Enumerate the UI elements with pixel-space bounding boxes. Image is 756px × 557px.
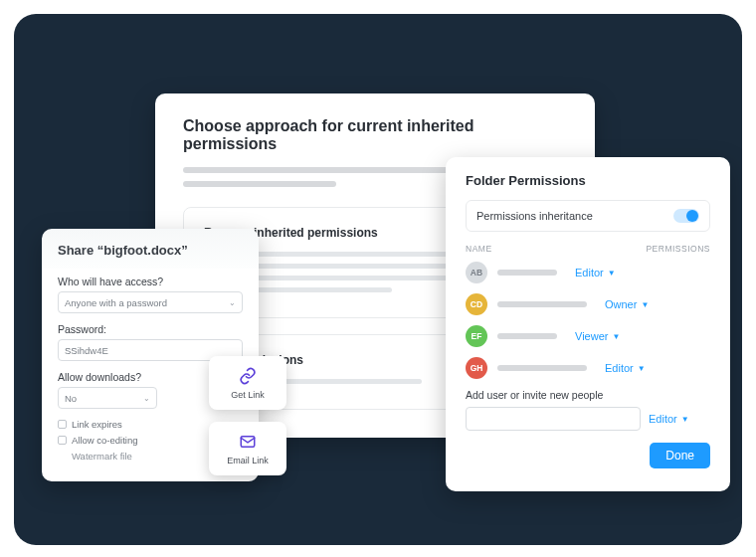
role-value: Viewer bbox=[575, 330, 608, 342]
folder-permissions-panel: Folder Permissions Permissions inheritan… bbox=[446, 157, 730, 491]
skeleton-line bbox=[183, 181, 336, 187]
panel-title: Choose approach for current inherited pe… bbox=[183, 117, 567, 153]
checkbox-label: Allow co-editing bbox=[72, 435, 138, 446]
permission-role-select[interactable]: Editor ▼ bbox=[605, 362, 666, 374]
access-select[interactable]: Anyone with a password ⌄ bbox=[58, 291, 243, 313]
permission-row: GH Editor ▼ bbox=[466, 357, 710, 379]
avatar: CD bbox=[466, 293, 487, 315]
avatar: EF bbox=[466, 325, 487, 347]
permission-role-select[interactable]: Owner ▼ bbox=[605, 298, 666, 310]
permissions-table-header: NAME PERMISSIONS bbox=[466, 244, 710, 254]
name-placeholder bbox=[497, 301, 587, 307]
inheritance-label: Permissions inheritance bbox=[476, 210, 593, 222]
caret-down-icon: ▼ bbox=[608, 269, 616, 278]
permission-role-select[interactable]: Viewer ▼ bbox=[575, 330, 637, 342]
email-link-label: Email Link bbox=[227, 456, 269, 465]
name-placeholder bbox=[497, 333, 557, 339]
permission-row: AB Editor ▼ bbox=[466, 262, 710, 283]
get-link-card[interactable]: Get Link bbox=[209, 356, 286, 410]
caret-down-icon: ▼ bbox=[681, 415, 689, 424]
skeleton-line bbox=[183, 167, 490, 173]
mail-icon bbox=[238, 432, 258, 452]
avatar: AB bbox=[466, 262, 487, 283]
caret-down-icon: ▼ bbox=[638, 364, 646, 373]
checkbox-label: Link expires bbox=[72, 419, 122, 430]
name-placeholder bbox=[497, 365, 587, 371]
permissions-column-header: PERMISSIONS bbox=[646, 244, 710, 254]
caret-down-icon: ▼ bbox=[641, 300, 649, 309]
email-link-card[interactable]: Email Link bbox=[209, 422, 286, 475]
inheritance-toggle[interactable] bbox=[673, 209, 699, 223]
password-label: Password: bbox=[58, 323, 243, 335]
name-column-header: NAME bbox=[466, 244, 646, 254]
caret-down-icon: ⌄ bbox=[143, 394, 150, 403]
done-button[interactable]: Done bbox=[650, 443, 710, 468]
name-placeholder bbox=[497, 270, 557, 276]
permission-role-select[interactable]: Editor ▼ bbox=[575, 267, 637, 278]
link-icon bbox=[238, 366, 258, 386]
access-label: Who will have access? bbox=[58, 276, 243, 287]
role-value: Editor bbox=[575, 267, 604, 278]
folder-permissions-title: Folder Permissions bbox=[466, 173, 710, 188]
avatar: GH bbox=[466, 357, 487, 379]
downloads-select[interactable]: No ⌄ bbox=[58, 387, 157, 409]
share-title: Share “bigfoot.docx” bbox=[58, 243, 243, 258]
caret-down-icon: ▼ bbox=[612, 332, 620, 341]
add-user-row: Editor ▼ bbox=[466, 407, 710, 431]
get-link-label: Get Link bbox=[231, 390, 265, 400]
password-value: SSihdw4E bbox=[65, 345, 108, 356]
add-user-role-select[interactable]: Editor ▼ bbox=[649, 413, 710, 425]
stage-background: Choose approach for current inherited pe… bbox=[14, 14, 742, 545]
caret-down-icon: ⌄ bbox=[229, 298, 236, 307]
permissions-inheritance-row: Permissions inheritance bbox=[466, 200, 710, 232]
role-value: Editor bbox=[649, 413, 677, 425]
checkbox-box-icon bbox=[58, 420, 67, 429]
role-value: Editor bbox=[605, 362, 634, 374]
access-value: Anyone with a password bbox=[65, 297, 167, 308]
checkbox-box-icon bbox=[58, 436, 67, 445]
permission-row: EF Viewer ▼ bbox=[466, 325, 710, 347]
add-user-input[interactable] bbox=[466, 407, 641, 431]
role-value: Owner bbox=[605, 298, 637, 310]
add-user-label: Add user or invite new people bbox=[466, 389, 710, 401]
downloads-value: No bbox=[65, 393, 77, 404]
permission-row: CD Owner ▼ bbox=[466, 293, 710, 315]
